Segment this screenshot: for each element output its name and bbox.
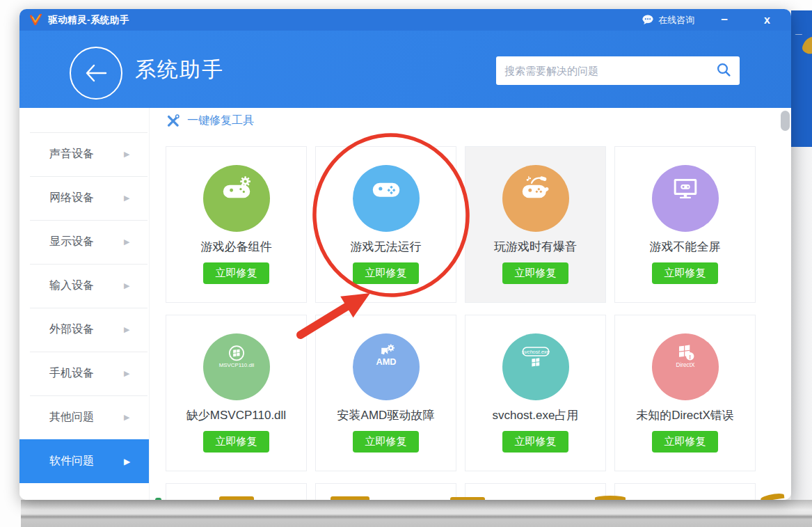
- main-content: 一键修复工具: [150, 108, 791, 500]
- card-title: 游戏必备组件: [166, 239, 306, 255]
- fix-now-button[interactable]: 立即修复: [652, 431, 718, 453]
- fix-now-button[interactable]: 立即修复: [652, 262, 718, 284]
- chevron-right-icon: ▶: [124, 237, 129, 246]
- chevron-right-icon: ▶: [124, 457, 130, 466]
- sidebar-item-label: 外部设备: [49, 322, 94, 337]
- svg-text:svchost.exe: svchost.exe: [522, 349, 550, 355]
- directx-icon: ! DirectX: [663, 333, 708, 372]
- sidebar-item-label: 显示设备: [49, 235, 94, 249]
- background-window-body: [791, 147, 812, 510]
- app-window: 驱动精灵-系统助手 在线咨询 − x 系统助手: [19, 9, 791, 500]
- close-button[interactable]: x: [764, 14, 770, 26]
- page-header: 系统助手: [19, 31, 791, 108]
- arrow-left-icon: [84, 63, 108, 84]
- chevron-right-icon: ▶: [124, 150, 129, 159]
- repair-tools-icon: [166, 113, 180, 128]
- chevron-right-icon: ▶: [124, 369, 129, 378]
- sidebar-item-label: 网络设备: [49, 191, 94, 205]
- monitor-gamepad-icon: [663, 165, 708, 203]
- svchost-icon: svchost.exe: [514, 333, 558, 372]
- fix-now-button[interactable]: 立即修复: [502, 431, 568, 453]
- sidebar-item-label: 软件问题: [49, 454, 94, 469]
- sidebar: 声音设备 ▶ 网络设备 ▶ 显示设备 ▶ 输入设备 ▶ 外部设备 ▶: [19, 108, 150, 500]
- amd-icon: AMD: [364, 333, 408, 372]
- sidebar-item-label: 输入设备: [49, 278, 94, 293]
- window-title: 驱动精灵-系统助手: [48, 14, 129, 26]
- sidebar-item-network[interactable]: 网络设备 ▶: [19, 176, 149, 220]
- card-game-audio-pop[interactable]: 玩游戏时有爆音 立即修复: [465, 146, 606, 303]
- gamepad-icon: [364, 165, 408, 203]
- app-logo-icon: [29, 14, 42, 26]
- fix-now-button[interactable]: 立即修复: [353, 431, 419, 453]
- chevron-right-icon: ▶: [124, 281, 129, 290]
- card-game-not-fullscreen[interactable]: 游戏不能全屏 立即修复: [614, 146, 756, 303]
- chat-bubble-icon: [642, 15, 654, 25]
- minimize-button[interactable]: −: [721, 13, 728, 27]
- sidebar-item-phone[interactable]: 手机设备 ▶: [19, 352, 149, 395]
- sidebar-item-label: 其他问题: [49, 410, 94, 425]
- svg-text:!: !: [689, 354, 691, 361]
- card-game-components[interactable]: 游戏必备组件 立即修复: [166, 146, 307, 303]
- card-title: 缺少MSVCP110.dll: [166, 407, 306, 423]
- sidebar-item-label: 手机设备: [49, 366, 94, 381]
- partial-icon-hint: [761, 493, 785, 500]
- sidebar-item-other[interactable]: 其他问题 ▶: [19, 395, 149, 439]
- search-box: [496, 56, 740, 85]
- background-window-bottom: [21, 500, 812, 527]
- sidebar-item-input[interactable]: 输入设备 ▶: [19, 264, 149, 308]
- page-title: 系统助手: [135, 55, 224, 84]
- scrollbar-thumb[interactable]: [781, 111, 790, 131]
- section-header: 一键修复工具: [166, 113, 254, 128]
- sidebar-item-sound[interactable]: 声音设备 ▶: [19, 132, 149, 176]
- partial-icon-hint: [450, 497, 485, 500]
- partial-icon-hint: [219, 496, 254, 500]
- sidebar-item-software[interactable]: 软件问题 ▶: [19, 439, 149, 483]
- card-title: 安装AMD驱动故障: [316, 407, 456, 423]
- card-directx-error[interactable]: ! DirectX 未知的DirectX错误 立即修复: [614, 315, 756, 471]
- card-title: 游戏无法运行: [316, 239, 456, 255]
- svg-text:DirectX: DirectX: [676, 362, 695, 368]
- online-consult-button[interactable]: 在线咨询: [642, 14, 694, 26]
- card-title: 游戏不能全屏: [615, 239, 755, 255]
- search-input[interactable]: [496, 65, 716, 77]
- sidebar-item-display[interactable]: 显示设备 ▶: [19, 220, 149, 264]
- svg-text:MSVCP110.dll: MSVCP110.dll: [218, 362, 254, 368]
- chevron-right-icon: ▶: [124, 325, 129, 334]
- card-game-not-running[interactable]: 游戏无法运行 立即修复: [315, 146, 456, 303]
- background-window-minimize: _: [795, 23, 802, 37]
- card-missing-msvcp[interactable]: MSVCP110.dll 缺少MSVCP110.dll 立即修复: [166, 315, 307, 471]
- titlebar: 驱动精灵-系统助手 在线咨询 − x: [19, 9, 791, 31]
- background-window-edge: _: [791, 10, 812, 147]
- sidebar-item-label: 声音设备: [49, 147, 94, 162]
- gamepad-gear-icon: [214, 165, 259, 203]
- partial-icon-hint: [155, 498, 161, 500]
- card-title: 未知的DirectX错误: [615, 407, 755, 423]
- fix-now-button[interactable]: 立即修复: [502, 262, 568, 284]
- search-icon[interactable]: [716, 62, 740, 80]
- card-partial[interactable]: [614, 483, 756, 500]
- fix-now-button[interactable]: 立即修复: [353, 262, 419, 284]
- back-button[interactable]: [70, 47, 122, 100]
- partial-icon-hint: [595, 496, 626, 500]
- chevron-right-icon: ▶: [124, 194, 129, 203]
- windows-dll-icon: MSVCP110.dll: [214, 333, 259, 372]
- card-title: svchost.exe占用: [465, 407, 605, 423]
- sidebar-item-external[interactable]: 外部设备 ▶: [19, 308, 149, 352]
- card-title: 玩游戏时有爆音: [465, 239, 605, 255]
- fix-now-button[interactable]: 立即修复: [203, 431, 269, 453]
- card-svchost-usage[interactable]: svchost.exe svchost.exe占用 立即修复: [465, 315, 606, 471]
- partial-icon-hint: [331, 496, 369, 500]
- section-title: 一键修复工具: [187, 113, 254, 128]
- card-amd-driver-fault[interactable]: AMD 安装AMD驱动故障 立即修复: [315, 315, 456, 471]
- svg-text:AMD: AMD: [376, 356, 396, 367]
- chevron-right-icon: ▶: [124, 413, 129, 422]
- card-partial[interactable]: [465, 483, 606, 500]
- fix-now-button[interactable]: 立即修复: [203, 262, 269, 284]
- online-consult-label: 在线咨询: [658, 14, 694, 26]
- gamepad-headset-icon: [514, 165, 558, 203]
